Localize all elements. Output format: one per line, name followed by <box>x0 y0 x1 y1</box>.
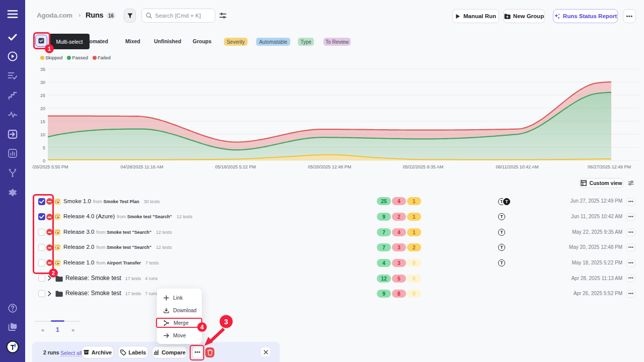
svg-text:05/22/2025 9:35 AM: 05/22/2025 9:35 AM <box>403 164 444 169</box>
svg-text:05/18/2025 5:22 PM: 05/18/2025 5:22 PM <box>215 164 256 169</box>
svg-text:04/28/2025 11:16 AM: 04/28/2025 11:16 AM <box>121 164 164 169</box>
svg-text:30: 30 <box>40 80 45 85</box>
svg-text:0: 0 <box>43 158 45 163</box>
svg-text:5: 5 <box>43 145 45 150</box>
svg-text:20: 20 <box>40 106 45 111</box>
svg-text:05/20/2025 12:48 PM: 05/20/2025 12:48 PM <box>308 164 351 169</box>
svg-text:10: 10 <box>40 132 45 137</box>
svg-text:25: 25 <box>40 93 45 98</box>
svg-text:06/27/2025 12:49 PM: 06/27/2025 12:49 PM <box>588 164 631 169</box>
svg-text:15: 15 <box>40 119 45 124</box>
svg-text:06/11/2025 10:42 AM: 06/11/2025 10:42 AM <box>496 164 539 169</box>
svg-text:04/26/2025 5:50 PM: 04/26/2025 5:50 PM <box>27 164 68 169</box>
svg-text:35: 35 <box>40 67 45 72</box>
svg-text:3: 3 <box>224 318 228 326</box>
